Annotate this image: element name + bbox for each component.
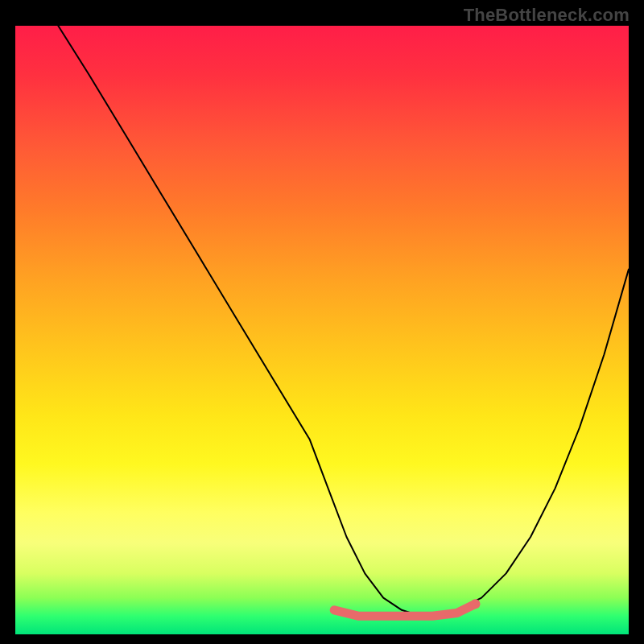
marker-end-dot [471, 599, 481, 609]
curve-svg [15, 26, 629, 634]
main-curve [58, 26, 629, 616]
attribution-label: TheBottleneck.com [464, 5, 630, 26]
plot-area [15, 26, 629, 634]
chart-frame: TheBottleneck.com [0, 0, 644, 644]
flat-marker-band [334, 604, 475, 616]
